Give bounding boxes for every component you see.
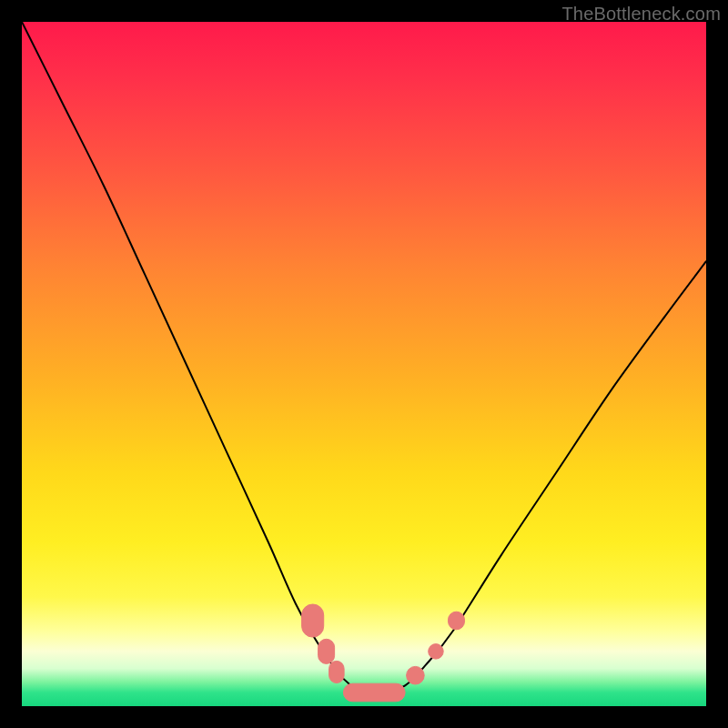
chart-plot-area [22, 22, 706, 706]
chart-svg [22, 22, 706, 706]
curve-marker [407, 666, 425, 684]
curve-marker [302, 604, 324, 637]
curve-marker [343, 683, 405, 702]
curve-marker [429, 644, 444, 660]
watermark-text: TheBottleneck.com [561, 4, 721, 25]
bottleneck-curve-line [22, 22, 706, 693]
marker-group [302, 604, 465, 702]
curve-marker [329, 661, 345, 682]
curve-marker [318, 639, 335, 663]
curve-marker [449, 612, 465, 630]
